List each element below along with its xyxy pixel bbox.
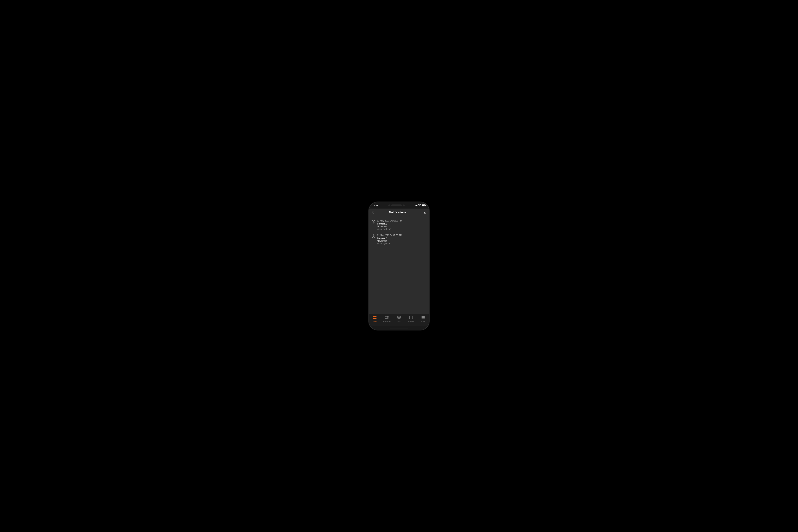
eva-icon xyxy=(397,316,401,320)
more-icon xyxy=(421,316,425,320)
back-button[interactable] xyxy=(372,211,377,214)
tab-views[interactable]: Views xyxy=(369,316,381,322)
tab-more[interactable]: More xyxy=(417,316,429,322)
notification-datetime: 11 May 2023 04:48:08 PM xyxy=(377,220,426,222)
filter-button[interactable] xyxy=(418,211,421,214)
svg-point-1 xyxy=(373,221,374,221)
page-header: Notifications xyxy=(369,209,429,216)
notification-type: Movement xyxy=(377,225,426,228)
notification-camera: Camera 1 xyxy=(377,237,426,240)
notification-item[interactable]: 11 May 2023 04:48:08 PM Camera 2 Movemen… xyxy=(369,218,429,232)
notification-camera: Camera 2 xyxy=(377,222,426,225)
svg-point-10 xyxy=(398,317,400,318)
notification-content: 11 May 2023 04:47:50 PM Camera 1 Movemen… xyxy=(377,234,426,245)
svg-rect-6 xyxy=(373,318,375,319)
battery-icon xyxy=(422,205,425,206)
page-title: Notifications xyxy=(389,211,406,214)
home-indicator xyxy=(369,326,429,330)
svg-point-3 xyxy=(373,235,374,236)
home-bar xyxy=(390,328,408,328)
info-icon xyxy=(372,234,375,238)
cameras-icon xyxy=(385,316,389,320)
tab-views-label: Views xyxy=(373,320,377,322)
notification-item[interactable]: 11 May 2023 04:47:50 PM Camera 1 Movemen… xyxy=(369,232,429,247)
svg-rect-5 xyxy=(375,316,377,317)
svg-rect-11 xyxy=(410,316,413,319)
svg-rect-9 xyxy=(397,316,401,318)
svg-rect-7 xyxy=(375,318,377,319)
phone-screen: Notifications xyxy=(369,209,429,326)
tab-eva[interactable]: Eva xyxy=(393,316,405,322)
signal-icon xyxy=(415,205,417,206)
tab-events-label: Events xyxy=(408,320,414,322)
tab-bar: Views Cameras xyxy=(369,314,429,326)
notification-content: 11 May 2023 04:48:08 PM Camera 2 Movemen… xyxy=(377,220,426,230)
notch-dot-left xyxy=(388,205,390,206)
header-actions xyxy=(418,210,426,214)
wifi-icon xyxy=(418,204,421,207)
notification-system: Video system 1 xyxy=(377,228,426,230)
tab-cameras-label: Cameras xyxy=(383,320,391,322)
info-icon xyxy=(372,220,375,224)
notch-pill xyxy=(391,205,402,206)
tab-cameras[interactable]: Cameras xyxy=(381,316,393,322)
tab-events[interactable]: Events xyxy=(405,316,417,322)
svg-rect-8 xyxy=(385,316,388,319)
status-bar: 16:48 xyxy=(369,202,429,209)
notch xyxy=(388,205,405,206)
phone-frame: 16:48 xyxy=(369,202,429,330)
delete-button[interactable] xyxy=(423,210,426,214)
notch-dot-right xyxy=(403,205,405,206)
notifications-list: 11 May 2023 04:48:08 PM Camera 2 Movemen… xyxy=(369,216,429,314)
notification-type: Movement xyxy=(377,240,426,242)
tab-more-label: More xyxy=(421,320,425,322)
time-display: 16:48 xyxy=(373,204,378,207)
status-icons xyxy=(415,204,425,207)
svg-rect-4 xyxy=(373,316,375,317)
events-icon xyxy=(409,316,413,320)
tab-eva-label: Eva xyxy=(397,320,400,322)
notification-system: Video system 1 xyxy=(377,242,426,245)
notification-datetime: 11 May 2023 04:47:50 PM xyxy=(377,234,426,236)
views-icon xyxy=(373,316,377,320)
